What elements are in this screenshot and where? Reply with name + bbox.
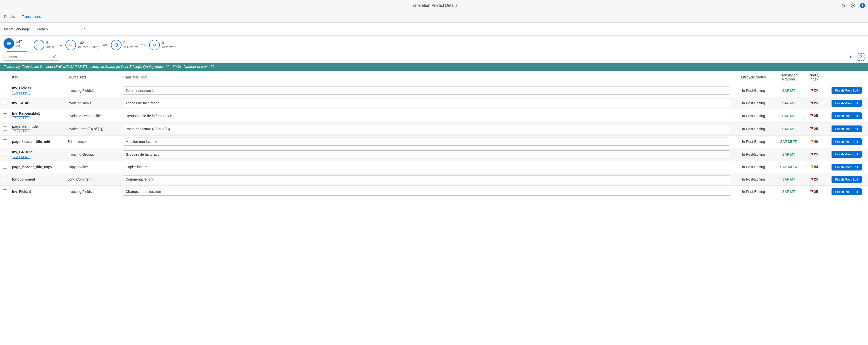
lifecycle-status: In Post-Editing (732, 161, 775, 173)
source-text: Invoicing Fields1 (65, 84, 121, 97)
chevron-down-icon (84, 27, 87, 31)
flag-icon (810, 140, 813, 143)
status-in-review[interactable]: 0 In Review (111, 40, 138, 50)
select-all-checkbox[interactable] (3, 75, 7, 79)
diamond-icon (111, 40, 122, 50)
quality-index: 25 (810, 152, 818, 156)
translated-input[interactable] (123, 112, 730, 120)
row-checkbox[interactable] (3, 189, 7, 193)
row-checkbox[interactable] (3, 165, 7, 169)
translations-table: Key Source Text Translated Text Lifecycl… (0, 71, 868, 198)
finish-post-edit-button[interactable]: Finish Post-Edit (832, 176, 862, 183)
search-input[interactable] (3, 53, 59, 61)
key-label: Inv_GROUP1 (12, 150, 63, 154)
translated-input[interactable] (123, 150, 730, 158)
svg-rect-7 (153, 44, 156, 46)
quality-index: 25 (810, 127, 818, 131)
flag-icon (810, 102, 813, 104)
translated-input[interactable] (123, 87, 730, 95)
translation-provider: SAP MT (775, 109, 803, 122)
bell-icon[interactable] (841, 3, 846, 8)
search-icon[interactable] (53, 55, 57, 59)
key-label: longcomment (12, 177, 63, 181)
row-checkbox[interactable] (3, 139, 7, 143)
col-qi[interactable]: Quality Index (803, 71, 825, 84)
key-label: Inv_Fields1 (12, 86, 63, 90)
flag-icon (810, 89, 813, 92)
translated-input[interactable] (123, 163, 730, 171)
lifecycle-status: In Post-Editing (732, 148, 775, 161)
row-checkbox[interactable] (3, 101, 7, 105)
context-info-badge[interactable]: Context Info. (12, 117, 30, 120)
tab-translations[interactable]: Translations (22, 11, 41, 22)
quality-index: 25 (810, 190, 818, 194)
translated-input[interactable] (123, 137, 730, 146)
help-icon[interactable]: ? (860, 3, 865, 8)
chevrons-icon: »» (56, 43, 63, 47)
col-source[interactable]: Source Text (65, 71, 121, 84)
key-label: page_header_title_edit (12, 139, 63, 144)
status-post-editing-label: In Post-Editing (78, 45, 99, 49)
translation-provider: SAP MT (775, 122, 803, 135)
lifecycle-status: In Post-Editing (732, 122, 775, 135)
col-translated[interactable]: Translated Text (121, 71, 732, 84)
col-provider[interactable]: Translation Provider (775, 71, 803, 84)
key-label: page_header_title_copy (12, 165, 63, 169)
finish-post-edit-button[interactable]: Finish Post-Edit (832, 188, 862, 195)
progress-icon (65, 40, 76, 50)
row-checkbox[interactable] (3, 152, 7, 156)
source-text: Invoicing Responsible (65, 109, 121, 122)
finish-post-edit-button[interactable]: Finish Post-Edit (832, 138, 862, 145)
status-initial[interactable]: 5 Initial (34, 40, 54, 50)
square-icon (149, 40, 160, 50)
all-icon (3, 38, 14, 49)
context-info-badge[interactable]: Context Info. (12, 155, 30, 159)
translated-input[interactable] (123, 175, 730, 183)
finish-post-edit-button[interactable]: Finish Post-Edit (832, 151, 862, 158)
finish-post-edit-button[interactable]: Finish Post-Edit (832, 164, 862, 170)
translated-input[interactable] (123, 188, 730, 196)
quality-index: 25 (810, 88, 818, 92)
row-checkbox[interactable] (3, 177, 7, 181)
source-text: Invoicing Groups (65, 148, 121, 161)
chevrons-icon: »» (102, 43, 108, 47)
finish-post-edit-button[interactable]: Finish Post-Edit (832, 100, 862, 106)
translated-input[interactable] (123, 99, 730, 107)
target-language-select[interactable]: French (34, 25, 89, 33)
quality-index: 68 (810, 165, 818, 169)
key-label: Inv_Fields9 (12, 190, 63, 194)
status-initial-label: Initial (46, 45, 54, 49)
row-checkbox[interactable] (3, 88, 7, 92)
context-info-badge[interactable]: Context Info. (12, 91, 30, 95)
target-language-value: French (37, 27, 48, 31)
svg-rect-5 (39, 46, 39, 46)
filter-button[interactable] (857, 53, 865, 61)
quality-index: 40 (810, 139, 818, 144)
tab-details[interactable]: Details (4, 11, 15, 22)
lifecycle-status: In Post-Editing (732, 97, 775, 109)
row-checkbox[interactable] (3, 114, 7, 118)
col-key[interactable]: Key (10, 71, 65, 84)
status-reviewed[interactable]: 0 Reviewed (149, 40, 176, 50)
finish-post-edit-button[interactable]: Finish Post-Edit (832, 125, 862, 132)
svg-rect-2 (7, 43, 11, 44)
table-row: Inv_Reponsible1Context Info.Invoicing Re… (0, 109, 868, 122)
table-row: Inv_Fields1Context Info.Invoicing Fields… (0, 84, 868, 97)
lifecycle-status: In Post-Editing (732, 109, 775, 122)
status-post-editing[interactable]: 142 In Post-Editing (65, 40, 99, 50)
row-checkbox[interactable] (3, 126, 7, 130)
status-all[interactable]: 147 All (3, 38, 31, 50)
finish-post-edit-button[interactable]: Finish Post-Edit (832, 113, 862, 119)
context-info-badge[interactable]: Context Info. (12, 129, 30, 133)
quality-index: 25 (810, 114, 818, 118)
status-initial-count: 5 (46, 41, 54, 45)
col-lifecycle[interactable]: Lifecycle Status (732, 71, 775, 84)
flag-icon (810, 153, 813, 156)
translated-input[interactable] (123, 125, 730, 133)
key-label: Inv_TASK9 (12, 101, 63, 105)
lifecycle-status: In Post-Editing (732, 173, 775, 186)
sort-button[interactable] (847, 53, 855, 61)
finish-post-edit-button[interactable]: Finish Post-Edit (832, 87, 862, 94)
gear-icon[interactable] (850, 3, 856, 8)
source-text: Invoice Item ({0} of {1}) (65, 122, 121, 135)
